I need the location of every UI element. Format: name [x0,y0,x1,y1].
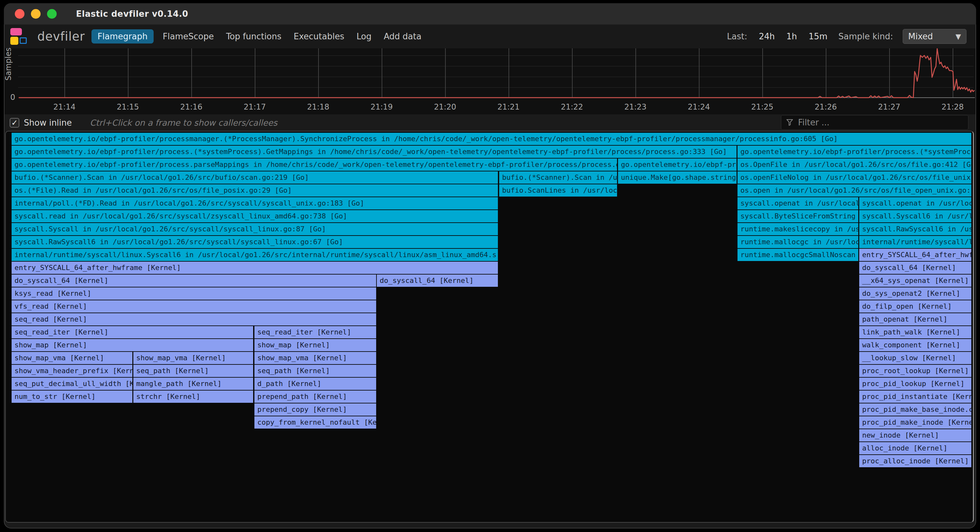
filter-input[interactable] [797,117,964,127]
logo-yellow-block [10,37,18,45]
flame-frame[interactable]: syscall.openat in /usr/local [738,197,858,209]
flame-frame[interactable]: proc_root_lookup [Kernel] [859,365,971,377]
range-option-24h[interactable]: 24h [759,32,775,41]
flame-frame[interactable]: show_map [Kernel] [255,339,376,351]
devfiler-logo-icon [10,27,29,45]
flame-frame[interactable]: syscall.openat in /usr/loc [859,197,971,209]
flame-frame[interactable]: show_vma_header_prefix [Kern [11,365,132,377]
tab-log[interactable]: Log [356,32,371,41]
show-inline-checkbox[interactable]: ✓ [10,118,19,127]
flame-frame[interactable]: internal/poll.(*FD).Read in /usr/local/g… [11,197,498,209]
flame-frame[interactable]: vfs_read [Kernel] [11,300,376,312]
tab-flamegraph[interactable]: Flamegraph [91,29,154,43]
flame-frame[interactable]: os.OpenFile in /usr/local/go1.26/src/os/… [738,159,971,171]
flame-frame[interactable]: syscall.Syscall6 in /usr/l [859,210,971,222]
flame-frame[interactable]: go.opentelemetry.io/ebpf-profiler/proces… [11,159,617,171]
flame-frame[interactable]: proc_pid_instantiate [Kern [859,390,971,403]
flame-frame[interactable]: proc_pid_make_inode [Kerne [859,416,971,428]
frame-hint-text: Ctrl+Click on a frame to show callers/ca… [90,118,277,127]
flame-frame[interactable]: d_path [Kernel] [255,377,376,390]
flame-frame[interactable]: seq_read_iter [Kernel] [11,326,253,338]
flame-frame[interactable]: __x64_sys_openat [Kernel] [859,274,971,287]
tab-add-data[interactable]: Add data [383,32,421,41]
samples-sparkline-svg [5,48,975,115]
flame-frame[interactable]: walk_component [Kernel] [859,339,971,351]
close-window-button[interactable] [15,9,24,19]
traffic-lights [4,9,63,19]
filter-field[interactable] [781,115,969,130]
flame-frame[interactable]: syscall.Syscall in /usr/local/go1.26/src… [11,223,498,235]
flame-frame[interactable]: show_map_vma [Kernel] [133,352,253,364]
flame-frame[interactable]: entry_SYSCALL_64_after_hwf [859,249,971,261]
flame-frame[interactable]: go.opentelemetry.io/ebpf-pro [618,159,737,171]
flame-frame[interactable]: strchr [Kernel] [133,390,253,403]
flame-frame[interactable]: link_path_walk [Kernel] [859,326,971,338]
flame-frame[interactable]: os.(*File).Read in /usr/local/go1.26/src… [11,184,498,197]
last-label: Last: [727,32,747,41]
flame-frame[interactable]: syscall.ByteSliceFromString [738,210,858,222]
flame-frame[interactable]: do_syscall_64 [Kernel] [11,274,376,287]
flame-frame[interactable]: prepend_path [Kernel] [255,390,376,403]
tab-executables[interactable]: Executables [294,32,344,41]
flame-frame[interactable]: proc_pid_make_base_inode.c [859,403,971,416]
logo-pink-block [10,28,22,35]
sample-kind-value: Mixed [908,32,933,41]
flame-frame[interactable]: do_filp_open [Kernel] [859,300,971,312]
range-option-15m[interactable]: 15m [809,32,827,41]
flame-frame[interactable]: proc_alloc_inode [Kernel] [859,455,971,467]
flame-frame[interactable]: internal/runtime/syscall/linux.Syscall6 … [11,249,498,261]
flame-frame[interactable]: prepend_copy [Kernel] [255,403,376,416]
flame-frame[interactable]: syscall.RawSyscall6 in /usr/local/go1.26… [11,236,498,248]
flame-frame[interactable]: unique.Make[go.shape.string] [618,171,737,184]
flame-frame[interactable]: proc_pid_lookup [Kernel] [859,377,971,390]
flame-frame[interactable]: path_openat [Kernel] [859,313,971,325]
flame-frame[interactable]: num_to_str [Kernel] [11,390,132,403]
flame-frame[interactable]: do_syscall_64 [Kernel] [377,274,498,287]
flame-frame[interactable]: seq_read [Kernel] [11,313,376,325]
flame-frame[interactable]: copy_from_kernel_nofault [Ke [255,416,376,428]
nav-right: Last: 24h 1h 15m Sample kind: Mixed ▼ [727,29,975,44]
flame-frame[interactable]: do_syscall_64 [Kernel] [859,262,971,274]
y-axis-label: Samples [4,48,13,81]
flame-frame[interactable]: new_inode [Kernel] [859,429,971,441]
flame-frame[interactable]: bufio.(*Scanner).Scan in /usr/local/go1.… [11,171,498,184]
flame-frame[interactable]: seq_put_decimal_ull_width [K [11,377,132,390]
flame-frame[interactable]: bufio.ScanLines in /usr/loca [499,184,617,197]
flame-frame[interactable]: entry_SYSCALL_64_after_hwframe [Kernel] [11,262,498,274]
flame-frame[interactable]: show_map [Kernel] [11,339,253,351]
flame-frame[interactable]: show_map_vma [Kernel] [255,352,376,364]
zoom-window-button[interactable] [47,9,57,19]
chevron-down-icon: ▼ [956,33,961,41]
nav-left: devfiler Flamegraph FlameScope Top funct… [5,27,434,45]
range-option-1h[interactable]: 1h [786,32,797,41]
tab-flamescope[interactable]: FlameScope [162,32,214,41]
flame-frame[interactable]: go.opentelemetry.io/ebpf-profiler/proces… [738,146,971,158]
flame-frame[interactable]: syscall.read in /usr/local/go1.26/src/sy… [11,210,498,222]
flame-frame[interactable]: runtime.mallocgc in /usr/loc [738,236,858,248]
sample-kind-dropdown[interactable]: Mixed ▼ [903,29,966,44]
minimize-window-button[interactable] [31,9,41,19]
flame-frame[interactable]: alloc_inode [Kernel] [859,442,971,454]
flame-frame[interactable]: show_map_vma [Kernel] [11,352,132,364]
sample-kind-label: Sample kind: [838,32,893,41]
show-inline-label[interactable]: Show inline [24,118,72,127]
flame-frame[interactable]: go.opentelemetry.io/ebpf-profiler/proces… [11,133,971,145]
flame-frame[interactable]: seq_path [Kernel] [133,365,253,377]
flame-frame[interactable]: ksys_read [Kernel] [11,287,376,299]
flame-frame[interactable]: runtime.mallocgcSmallNoscan [738,249,858,261]
flame-frame[interactable]: seq_path [Kernel] [255,365,376,377]
tab-top-functions[interactable]: Top functions [226,32,282,41]
flame-frame[interactable]: os.open in /usr/local/go1.26/src/os/file… [738,184,971,197]
flame-frame[interactable]: do_sys_openat2 [Kernel] [859,287,971,299]
logo-blue-outline-block [20,37,27,44]
flame-frame[interactable]: go.opentelemetry.io/ebpf-profiler/proces… [11,146,737,158]
flame-frame[interactable]: os.openFileNolog in /usr/local/go1.26/sr… [738,171,971,184]
flame-frame[interactable]: mangle_path [Kernel] [133,377,253,390]
flame-frame[interactable]: __lookup_slow [Kernel] [859,352,971,364]
flame-frame[interactable]: syscall.RawSyscall6 in /us [859,223,971,235]
flame-frame[interactable]: bufio.(*Scanner).Scan in /us [499,171,617,184]
flame-frame[interactable]: seq_read_iter [Kernel] [255,326,376,338]
flame-frame[interactable]: runtime.makeslicecopy in /us [738,223,858,235]
flame-frame[interactable]: internal/runtime/syscall/l [859,236,971,248]
samples-chart[interactable]: 21:1421:1521:1621:1721:1821:1921:2021:21… [5,48,975,115]
